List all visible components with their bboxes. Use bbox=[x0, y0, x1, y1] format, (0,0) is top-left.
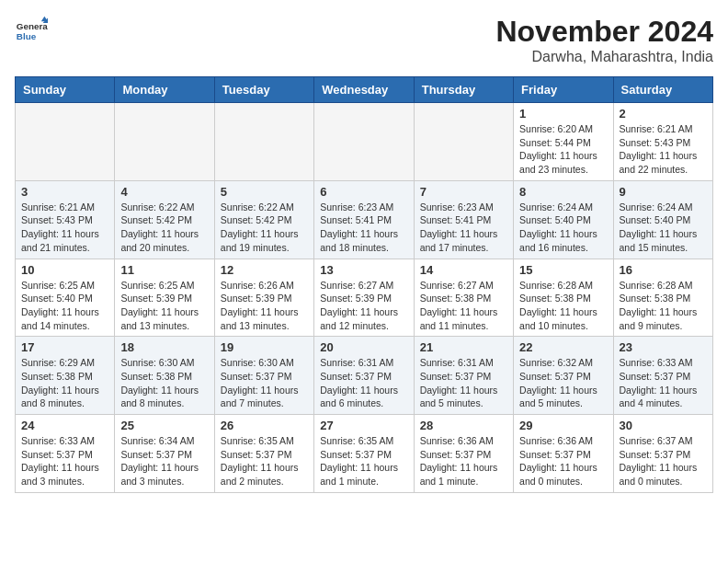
day-number: 22 bbox=[519, 340, 607, 354]
calendar-header-row: SundayMondayTuesdayWednesdayThursdayFrid… bbox=[16, 77, 713, 103]
day-info: Sunrise: 6:26 AMSunset: 5:39 PMDaylight:… bbox=[221, 279, 308, 333]
day-info: Sunrise: 6:21 AMSunset: 5:43 PMDaylight:… bbox=[21, 201, 108, 255]
day-info: Sunrise: 6:36 AMSunset: 5:37 PMDaylight:… bbox=[519, 434, 607, 488]
calendar-day-cell bbox=[115, 103, 214, 181]
calendar-week-row: 3Sunrise: 6:21 AMSunset: 5:43 PMDaylight… bbox=[16, 180, 713, 259]
day-info: Sunrise: 6:37 AMSunset: 5:37 PMDaylight:… bbox=[620, 434, 707, 488]
calendar-day-cell: 20Sunrise: 6:31 AMSunset: 5:37 PMDayligh… bbox=[314, 337, 414, 415]
calendar-day-cell: 13Sunrise: 6:27 AMSunset: 5:39 PMDayligh… bbox=[314, 259, 414, 337]
day-number: 7 bbox=[420, 185, 507, 199]
day-info: Sunrise: 6:35 AMSunset: 5:37 PMDaylight:… bbox=[320, 434, 407, 488]
calendar-day-cell: 11Sunrise: 6:25 AMSunset: 5:39 PMDayligh… bbox=[115, 259, 214, 337]
day-number: 27 bbox=[320, 419, 407, 432]
weekday-header: Saturday bbox=[613, 77, 712, 103]
day-info: Sunrise: 6:30 AMSunset: 5:37 PMDaylight:… bbox=[221, 356, 308, 410]
month-title: November 2024 bbox=[495, 15, 713, 49]
day-info: Sunrise: 6:28 AMSunset: 5:38 PMDaylight:… bbox=[519, 279, 607, 333]
day-number: 2 bbox=[620, 107, 707, 121]
day-number: 11 bbox=[120, 263, 208, 277]
day-number: 18 bbox=[120, 340, 208, 354]
day-number: 29 bbox=[519, 419, 607, 432]
day-number: 14 bbox=[420, 263, 507, 277]
weekday-header: Friday bbox=[514, 77, 613, 103]
calendar-day-cell bbox=[16, 103, 115, 181]
day-info: Sunrise: 6:31 AMSunset: 5:37 PMDaylight:… bbox=[420, 356, 507, 410]
calendar-day-cell: 1Sunrise: 6:20 AMSunset: 5:44 PMDaylight… bbox=[514, 103, 613, 181]
day-info: Sunrise: 6:36 AMSunset: 5:37 PMDaylight:… bbox=[420, 434, 507, 488]
calendar-week-row: 17Sunrise: 6:29 AMSunset: 5:38 PMDayligh… bbox=[16, 337, 713, 415]
day-number: 6 bbox=[320, 185, 407, 199]
calendar-day-cell: 12Sunrise: 6:26 AMSunset: 5:39 PMDayligh… bbox=[214, 259, 313, 337]
day-info: Sunrise: 6:27 AMSunset: 5:39 PMDaylight:… bbox=[320, 279, 407, 333]
day-info: Sunrise: 6:23 AMSunset: 5:41 PMDaylight:… bbox=[320, 201, 407, 255]
day-number: 1 bbox=[519, 107, 607, 121]
calendar-day-cell: 21Sunrise: 6:31 AMSunset: 5:37 PMDayligh… bbox=[414, 337, 513, 415]
weekday-header: Tuesday bbox=[214, 77, 313, 103]
calendar-day-cell: 24Sunrise: 6:33 AMSunset: 5:37 PMDayligh… bbox=[16, 415, 115, 493]
day-info: Sunrise: 6:32 AMSunset: 5:37 PMDaylight:… bbox=[519, 356, 607, 410]
day-info: Sunrise: 6:22 AMSunset: 5:42 PMDaylight:… bbox=[120, 201, 208, 255]
day-number: 10 bbox=[21, 263, 108, 277]
day-number: 9 bbox=[620, 185, 707, 199]
day-number: 23 bbox=[620, 340, 707, 354]
day-info: Sunrise: 6:22 AMSunset: 5:42 PMDaylight:… bbox=[221, 201, 308, 255]
day-info: Sunrise: 6:25 AMSunset: 5:39 PMDaylight:… bbox=[120, 279, 208, 333]
calendar-day-cell: 14Sunrise: 6:27 AMSunset: 5:38 PMDayligh… bbox=[414, 259, 513, 337]
day-info: Sunrise: 6:23 AMSunset: 5:41 PMDaylight:… bbox=[420, 201, 507, 255]
day-info: Sunrise: 6:33 AMSunset: 5:37 PMDaylight:… bbox=[21, 434, 108, 488]
calendar-day-cell: 28Sunrise: 6:36 AMSunset: 5:37 PMDayligh… bbox=[414, 415, 513, 493]
calendar-day-cell bbox=[214, 103, 313, 181]
calendar-table: SundayMondayTuesdayWednesdayThursdayFrid… bbox=[15, 76, 713, 493]
day-number: 3 bbox=[21, 185, 108, 199]
calendar-week-row: 1Sunrise: 6:20 AMSunset: 5:44 PMDaylight… bbox=[16, 103, 713, 181]
day-number: 25 bbox=[120, 419, 208, 432]
location-title: Darwha, Maharashtra, India bbox=[495, 49, 713, 65]
calendar-day-cell: 8Sunrise: 6:24 AMSunset: 5:40 PMDaylight… bbox=[514, 180, 613, 259]
day-number: 4 bbox=[120, 185, 208, 199]
title-section: November 2024 Darwha, Maharashtra, India bbox=[495, 15, 713, 65]
day-info: Sunrise: 6:35 AMSunset: 5:37 PMDaylight:… bbox=[221, 434, 308, 488]
day-number: 30 bbox=[620, 419, 707, 432]
day-number: 16 bbox=[620, 263, 707, 277]
calendar-day-cell: 5Sunrise: 6:22 AMSunset: 5:42 PMDaylight… bbox=[214, 180, 313, 259]
calendar-day-cell: 19Sunrise: 6:30 AMSunset: 5:37 PMDayligh… bbox=[214, 337, 313, 415]
weekday-header: Thursday bbox=[414, 77, 513, 103]
svg-text:Blue: Blue bbox=[17, 31, 37, 41]
day-number: 26 bbox=[221, 419, 308, 432]
weekday-header: Sunday bbox=[16, 77, 115, 103]
calendar-day-cell: 27Sunrise: 6:35 AMSunset: 5:37 PMDayligh… bbox=[314, 415, 414, 493]
calendar-day-cell: 10Sunrise: 6:25 AMSunset: 5:40 PMDayligh… bbox=[16, 259, 115, 337]
day-number: 20 bbox=[320, 340, 407, 354]
day-info: Sunrise: 6:31 AMSunset: 5:37 PMDaylight:… bbox=[320, 356, 407, 410]
day-number: 5 bbox=[221, 185, 308, 199]
day-info: Sunrise: 6:34 AMSunset: 5:37 PMDaylight:… bbox=[120, 434, 208, 488]
calendar-week-row: 10Sunrise: 6:25 AMSunset: 5:40 PMDayligh… bbox=[16, 259, 713, 337]
calendar-day-cell: 30Sunrise: 6:37 AMSunset: 5:37 PMDayligh… bbox=[613, 415, 712, 493]
day-info: Sunrise: 6:29 AMSunset: 5:38 PMDaylight:… bbox=[21, 356, 108, 410]
calendar-day-cell: 9Sunrise: 6:24 AMSunset: 5:40 PMDaylight… bbox=[613, 180, 712, 259]
day-info: Sunrise: 6:27 AMSunset: 5:38 PMDaylight:… bbox=[420, 279, 507, 333]
calendar-day-cell: 29Sunrise: 6:36 AMSunset: 5:37 PMDayligh… bbox=[514, 415, 613, 493]
day-info: Sunrise: 6:20 AMSunset: 5:44 PMDaylight:… bbox=[519, 122, 607, 177]
calendar-week-row: 24Sunrise: 6:33 AMSunset: 5:37 PMDayligh… bbox=[16, 415, 713, 493]
weekday-header: Monday bbox=[115, 77, 214, 103]
calendar-day-cell bbox=[314, 103, 414, 181]
calendar-day-cell bbox=[414, 103, 513, 181]
day-number: 19 bbox=[221, 340, 308, 354]
calendar-day-cell: 16Sunrise: 6:28 AMSunset: 5:38 PMDayligh… bbox=[613, 259, 712, 337]
day-info: Sunrise: 6:24 AMSunset: 5:40 PMDaylight:… bbox=[620, 201, 707, 255]
calendar-day-cell: 7Sunrise: 6:23 AMSunset: 5:41 PMDaylight… bbox=[414, 180, 513, 259]
calendar-day-cell: 3Sunrise: 6:21 AMSunset: 5:43 PMDaylight… bbox=[16, 180, 115, 259]
calendar-day-cell: 25Sunrise: 6:34 AMSunset: 5:37 PMDayligh… bbox=[115, 415, 214, 493]
calendar-day-cell: 17Sunrise: 6:29 AMSunset: 5:38 PMDayligh… bbox=[16, 337, 115, 415]
calendar-day-cell: 26Sunrise: 6:35 AMSunset: 5:37 PMDayligh… bbox=[214, 415, 313, 493]
calendar-day-cell: 2Sunrise: 6:21 AMSunset: 5:43 PMDaylight… bbox=[613, 103, 712, 181]
page-header: General Blue November 2024 Darwha, Mahar… bbox=[15, 15, 713, 65]
day-info: Sunrise: 6:28 AMSunset: 5:38 PMDaylight:… bbox=[620, 279, 707, 333]
day-number: 28 bbox=[420, 419, 507, 432]
day-number: 12 bbox=[221, 263, 308, 277]
weekday-header: Wednesday bbox=[314, 77, 414, 103]
day-info: Sunrise: 6:30 AMSunset: 5:38 PMDaylight:… bbox=[120, 356, 208, 410]
calendar-day-cell: 22Sunrise: 6:32 AMSunset: 5:37 PMDayligh… bbox=[514, 337, 613, 415]
day-info: Sunrise: 6:25 AMSunset: 5:40 PMDaylight:… bbox=[21, 279, 108, 333]
